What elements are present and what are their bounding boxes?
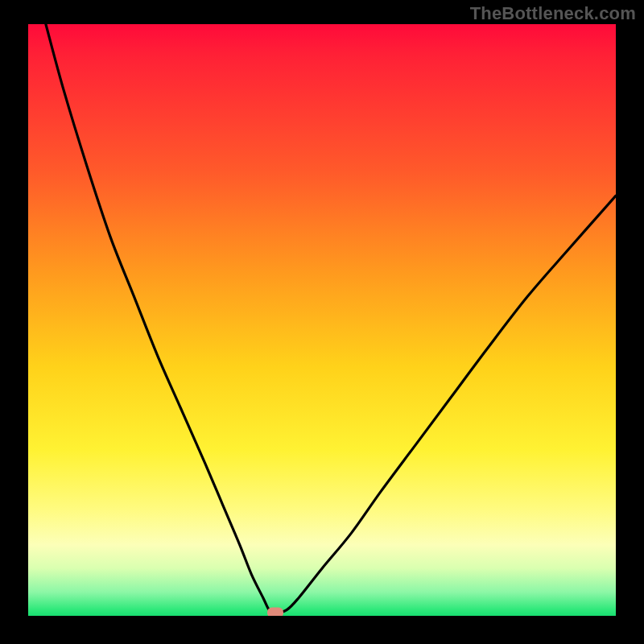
plot-area — [28, 24, 616, 616]
bottleneck-curve — [28, 24, 616, 616]
chart-frame: TheBottleneck.com — [0, 0, 644, 644]
optimal-point-marker — [267, 608, 283, 616]
watermark-text: TheBottleneck.com — [470, 3, 636, 24]
